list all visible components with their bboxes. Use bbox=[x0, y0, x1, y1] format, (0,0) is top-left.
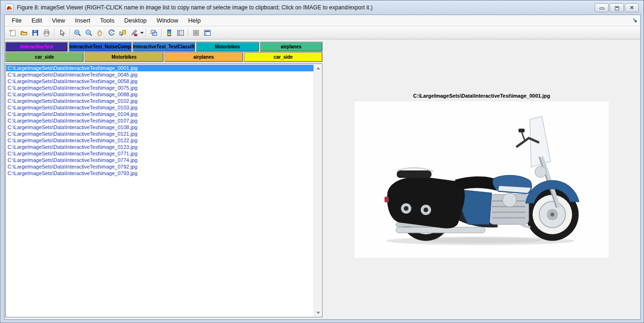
list-item[interactable]: C:\LargeImageSets\Data\InteractiveTest\i… bbox=[6, 65, 314, 71]
image-list: C:\LargeImageSets\Data\InteractiveTest\i… bbox=[5, 63, 322, 317]
toolbar-separator bbox=[146, 29, 146, 37]
print-figure-icon[interactable] bbox=[41, 28, 52, 38]
close-button[interactable]: ✕ bbox=[625, 3, 639, 12]
hide-plot-tools-icon[interactable] bbox=[190, 28, 202, 38]
new-figure-icon[interactable] bbox=[7, 28, 18, 38]
list-item[interactable]: C:\LargeImageSets\Data\InteractiveTest\i… bbox=[6, 111, 314, 117]
list-item[interactable]: C:\LargeImageSets\Data\InteractiveTest\i… bbox=[6, 124, 314, 131]
menu-item-desktop[interactable]: Desktop bbox=[120, 15, 151, 25]
dock-figure-icon[interactable]: ↘ bbox=[632, 16, 637, 23]
list-item[interactable]: C:\LargeImageSets\Data\InteractiveTest\i… bbox=[6, 170, 314, 177]
set-button-row-1: InteractiveTestInteractiveTest_NoiseComp… bbox=[5, 42, 322, 52]
minimize-icon bbox=[599, 8, 605, 9]
toolbar-separator bbox=[188, 29, 188, 37]
menu-bar: FileEditViewInsertToolsDesktopWindowHelp… bbox=[5, 15, 640, 26]
show-plot-tools-icon[interactable] bbox=[202, 28, 213, 38]
list-scrollbar[interactable] bbox=[314, 64, 322, 316]
set-button-row-2: car_sideMotorbikesairplanescar_side bbox=[5, 52, 322, 62]
data-cursor-icon[interactable] bbox=[117, 28, 128, 38]
list-item[interactable]: C:\LargeImageSets\Data\InteractiveTest\i… bbox=[6, 85, 314, 91]
list-item[interactable]: C:\LargeImageSets\Data\InteractiveTest\i… bbox=[6, 150, 314, 157]
list-item[interactable]: C:\LargeImageSets\Data\InteractiveTest\i… bbox=[6, 98, 314, 104]
menu-item-view[interactable]: View bbox=[47, 15, 69, 25]
imageset-button-interactivetest[interactable]: InteractiveTest bbox=[5, 42, 68, 52]
save-figure-icon[interactable] bbox=[30, 28, 41, 38]
edit-plot-icon[interactable] bbox=[56, 28, 68, 38]
menu-item-window[interactable]: Window bbox=[152, 15, 182, 25]
list-item[interactable]: C:\LargeImageSets\Data\InteractiveTest\i… bbox=[6, 91, 314, 98]
insert-legend-icon[interactable] bbox=[175, 28, 186, 38]
imageset-button-motorbikes[interactable]: Motorbikes bbox=[196, 42, 259, 52]
title-bar[interactable]: Figure 8: imageSet Viewer (RIGHT-CLICK n… bbox=[0, 0, 644, 15]
rotate-3d-icon[interactable] bbox=[106, 28, 117, 38]
imageset-button-car_side[interactable]: car_side bbox=[244, 52, 322, 62]
list-item[interactable]: C:\LargeImageSets\Data\InteractiveTest\i… bbox=[6, 131, 314, 137]
imageset-button-motorbikes[interactable]: Motorbikes bbox=[85, 52, 163, 62]
toolbar-separator bbox=[70, 29, 70, 37]
figure-canvas: InteractiveTestInteractiveTest_NoiseComp… bbox=[5, 40, 640, 319]
list-item[interactable]: C:\LargeImageSets\Data\InteractiveTest\i… bbox=[6, 144, 314, 150]
scroll-up-icon bbox=[316, 67, 320, 69]
brush-data-icon[interactable] bbox=[128, 28, 140, 38]
zoom-out-icon[interactable] bbox=[83, 28, 94, 38]
imageset-button-interactivetest_testclassifier[interactable]: InteractiveTest_TestClassifier bbox=[133, 42, 195, 52]
menu-item-tools[interactable]: Tools bbox=[96, 15, 118, 25]
imageset-button-airplanes[interactable]: airplanes bbox=[260, 42, 322, 52]
close-icon: ✕ bbox=[629, 5, 634, 10]
image-axes[interactable] bbox=[354, 101, 609, 258]
minimize-button[interactable] bbox=[595, 3, 609, 12]
image-title: C:\LargeImageSets\Data\InteractiveTest\i… bbox=[354, 93, 609, 99]
matlab-figure-icon bbox=[5, 4, 14, 11]
scroll-down-icon bbox=[316, 312, 320, 314]
menu-item-edit[interactable]: Edit bbox=[27, 15, 46, 25]
list-item[interactable]: C:\LargeImageSets\Data\InteractiveTest\i… bbox=[6, 104, 314, 111]
list-item[interactable]: C:\LargeImageSets\Data\InteractiveTest\i… bbox=[6, 78, 314, 85]
figure-window: Figure 8: imageSet Viewer (RIGHT-CLICK n… bbox=[0, 0, 644, 323]
link-plot-icon[interactable] bbox=[148, 28, 159, 38]
imageset-button-car_side[interactable]: car_side bbox=[5, 52, 84, 62]
zoom-in-icon[interactable] bbox=[72, 28, 83, 38]
brush-dropdown-caret[interactable] bbox=[140, 32, 144, 34]
maximize-icon bbox=[615, 6, 619, 10]
window-title: Figure 8: imageSet Viewer (RIGHT-CLICK n… bbox=[17, 4, 591, 11]
menu-item-insert[interactable]: Insert bbox=[71, 15, 94, 25]
imageset-button-airplanes[interactable]: airplanes bbox=[165, 52, 243, 62]
window-frame: FileEditViewInsertToolsDesktopWindowHelp… bbox=[1, 15, 644, 323]
list-item[interactable]: C:\LargeImageSets\Data\InteractiveTest\i… bbox=[6, 71, 314, 78]
toolbar-separator bbox=[54, 29, 55, 37]
window-controls: ✕ bbox=[595, 3, 639, 12]
pan-icon[interactable] bbox=[94, 28, 106, 38]
toolbar bbox=[5, 27, 640, 39]
toolbar-separator bbox=[161, 29, 162, 37]
menu-item-help[interactable]: Help bbox=[184, 15, 205, 25]
menu-item-file[interactable]: File bbox=[8, 15, 26, 25]
list-item[interactable]: C:\LargeImageSets\Data\InteractiveTest\i… bbox=[6, 157, 314, 163]
list-item[interactable]: C:\LargeImageSets\Data\InteractiveTest\i… bbox=[6, 137, 314, 144]
client-area: FileEditViewInsertToolsDesktopWindowHelp… bbox=[4, 15, 641, 320]
insert-colorbar-icon[interactable] bbox=[164, 28, 175, 38]
maximize-button[interactable] bbox=[610, 3, 624, 12]
image-list-view: C:\LargeImageSets\Data\InteractiveTest\i… bbox=[6, 64, 314, 316]
list-item[interactable]: C:\LargeImageSets\Data\InteractiveTest\i… bbox=[6, 163, 314, 170]
scroll-down-button[interactable] bbox=[314, 309, 322, 316]
motorcycle-image bbox=[354, 101, 609, 258]
list-item[interactable]: C:\LargeImageSets\Data\InteractiveTest\i… bbox=[6, 117, 314, 124]
open-file-icon[interactable] bbox=[18, 28, 30, 38]
scroll-up-button[interactable] bbox=[314, 64, 322, 72]
imageset-button-interactivetest_noisecompare[interactable]: InteractiveTest_NoiseCompare bbox=[69, 42, 131, 52]
